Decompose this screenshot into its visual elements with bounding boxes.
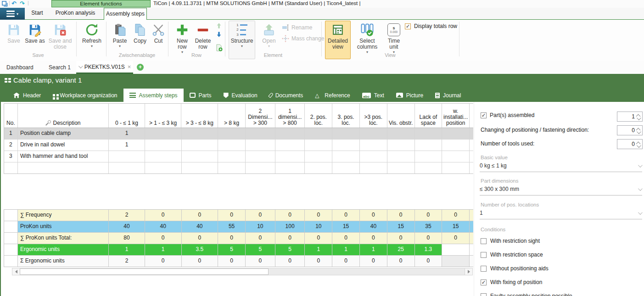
table-cell[interactable] xyxy=(387,128,415,139)
table-cell[interactable] xyxy=(387,140,415,151)
table-cell[interactable] xyxy=(145,140,182,151)
column-header-description[interactable]: Description xyxy=(18,104,109,128)
table-cell[interactable] xyxy=(360,162,387,173)
column-header-3-pos-loc[interactable]: 3. pos. loc. xyxy=(332,104,360,128)
table-cell[interactable] xyxy=(218,151,246,162)
table-cell[interactable] xyxy=(246,128,275,139)
column-header-8-kg[interactable]: > 8 kg xyxy=(218,104,246,128)
tab-workplace-organization[interactable]: Workplace organization xyxy=(47,89,123,102)
doc-tab-search[interactable]: Search 1 xyxy=(49,64,71,71)
tab-prokon-analysis[interactable]: ProKon analysis xyxy=(50,10,101,16)
scrollbar-thumb[interactable] xyxy=(20,268,269,275)
tab-assembly-steps[interactable]: Assembly steps xyxy=(123,89,184,102)
row-number-cell[interactable]: 3 xyxy=(4,151,18,162)
table-cell[interactable] xyxy=(360,151,387,162)
row-description-cell[interactable] xyxy=(18,162,109,173)
column-header-w-installati-position[interactable]: w. installati... position xyxy=(442,104,470,128)
mass-change-button[interactable]: Mass change xyxy=(282,35,324,42)
table-cell[interactable] xyxy=(415,151,442,162)
table-cell[interactable]: 1 xyxy=(109,128,145,139)
column-header-3-pos-loc[interactable]: >3 pos. loc. xyxy=(360,104,387,128)
column-header-vis-obstr[interactable]: Vis. obstr. xyxy=(387,104,415,128)
table-cell[interactable] xyxy=(145,128,182,139)
condition-checkbox[interactable] xyxy=(481,238,487,244)
table-cell[interactable] xyxy=(415,140,442,151)
row-number-cell[interactable]: 2 xyxy=(4,140,18,151)
table-cell[interactable] xyxy=(442,151,470,162)
table-cell[interactable] xyxy=(182,162,218,173)
row-description-cell[interactable]: Position cable clamp xyxy=(18,128,109,139)
table-cell[interactable] xyxy=(246,162,275,173)
table-cell[interactable] xyxy=(305,128,332,139)
doc-tab-dashboard[interactable]: Dashboard xyxy=(6,64,34,71)
menu-button[interactable]: ▾ xyxy=(0,8,25,20)
tab-reference[interactable]: Reference xyxy=(309,89,356,102)
table-cell[interactable] xyxy=(387,162,415,173)
scroll-left-arrow[interactable] xyxy=(12,268,20,275)
table-cell[interactable] xyxy=(275,128,305,139)
table-cell[interactable] xyxy=(360,128,387,139)
row-number-cell[interactable] xyxy=(4,162,18,173)
column-header-lack-of-space[interactable]: Lack of space xyxy=(415,104,442,128)
table-cell[interactable] xyxy=(218,128,246,139)
table-cell[interactable] xyxy=(442,128,470,139)
move-up-button[interactable] xyxy=(215,22,223,29)
table-cell[interactable] xyxy=(218,162,246,173)
column-header-1-3-kg[interactable]: > 1 - ≤ 3 kg xyxy=(145,104,182,128)
tab-evaluation[interactable]: Evaluation xyxy=(218,89,263,102)
table-cell[interactable] xyxy=(109,151,145,162)
tab-parts[interactable]: Parts xyxy=(184,89,218,102)
basic-value-dropdown[interactable]: 0 kg ≤ 1 kg xyxy=(480,162,642,172)
close-icon[interactable]: × xyxy=(128,64,131,70)
table-cell[interactable] xyxy=(305,151,332,162)
table-cell[interactable] xyxy=(415,128,442,139)
table-cell[interactable] xyxy=(145,162,182,173)
table-cell[interactable] xyxy=(332,162,360,173)
table-cell[interactable] xyxy=(442,140,470,151)
row-description-cell[interactable]: With hammer and hand tool xyxy=(18,151,109,162)
table-cell[interactable]: 1 xyxy=(109,140,145,151)
scroll-right-arrow[interactable] xyxy=(465,268,472,275)
condition-checkbox[interactable] xyxy=(481,266,487,272)
table-cell[interactable] xyxy=(275,162,305,173)
tab-journal[interactable]: Journal xyxy=(429,89,467,102)
column-header-0-1-kg[interactable]: 0 - ≤ 1 kg xyxy=(109,104,145,128)
table-cell[interactable] xyxy=(332,140,360,151)
tab-picture[interactable]: Picture xyxy=(390,89,429,102)
table-cell[interactable] xyxy=(275,140,305,151)
table-cell[interactable] xyxy=(332,128,360,139)
tab-start[interactable]: Start xyxy=(27,10,48,16)
table-cell[interactable] xyxy=(305,140,332,151)
tab-header[interactable]: Header xyxy=(7,89,47,102)
table-cell[interactable] xyxy=(332,151,360,162)
tab-text[interactable]: Text xyxy=(356,89,390,102)
row-description-cell[interactable]: Drive in nail dowel xyxy=(18,140,109,151)
refresh-button[interactable]: Refresh ▾ xyxy=(80,21,104,59)
table-cell[interactable] xyxy=(182,128,218,139)
display-totals-row-checkbox[interactable]: ✓ Display totals row xyxy=(405,23,457,29)
context-tab-element-functions[interactable]: Element functions xyxy=(51,0,151,7)
new-tab-button[interactable]: + xyxy=(137,64,144,71)
table-cell[interactable] xyxy=(415,162,442,173)
horizontal-scrollbar[interactable] xyxy=(12,268,473,275)
column-header-1-dimensi-800[interactable]: 1 dimensi... > 800 xyxy=(275,104,305,128)
rename-button[interactable]: Rename xyxy=(282,24,312,31)
changing-direction-spinner[interactable]: 0 xyxy=(617,125,643,135)
table-cell[interactable] xyxy=(360,140,387,151)
part-dimensions-dropdown[interactable]: ≤ 300 x 300 mm xyxy=(480,186,642,195)
pos-locations-dropdown[interactable]: 1 xyxy=(480,210,642,219)
doc-tab-active[interactable]: PKEKTKS.V01S × xyxy=(76,61,133,74)
row-number-cell[interactable]: 1 xyxy=(4,128,18,139)
condition-checkbox[interactable] xyxy=(481,293,487,296)
tools-used-spinner[interactable]: 0 xyxy=(617,139,643,149)
table-cell[interactable] xyxy=(442,162,470,173)
condition-checkbox[interactable] xyxy=(481,252,487,258)
column-header-2-pos-loc[interactable]: 2. pos. loc. xyxy=(305,104,332,128)
column-header-2-dimensi-300[interactable]: 2 Dimensi... > 300 xyxy=(246,104,275,128)
move-down-button[interactable] xyxy=(215,31,223,39)
tab-documents[interactable]: Documents xyxy=(263,89,309,102)
table-cell[interactable] xyxy=(182,151,218,162)
table-cell[interactable] xyxy=(246,151,275,162)
table-cell[interactable] xyxy=(218,140,246,151)
undo-icon[interactable]: ↶ xyxy=(11,0,17,7)
